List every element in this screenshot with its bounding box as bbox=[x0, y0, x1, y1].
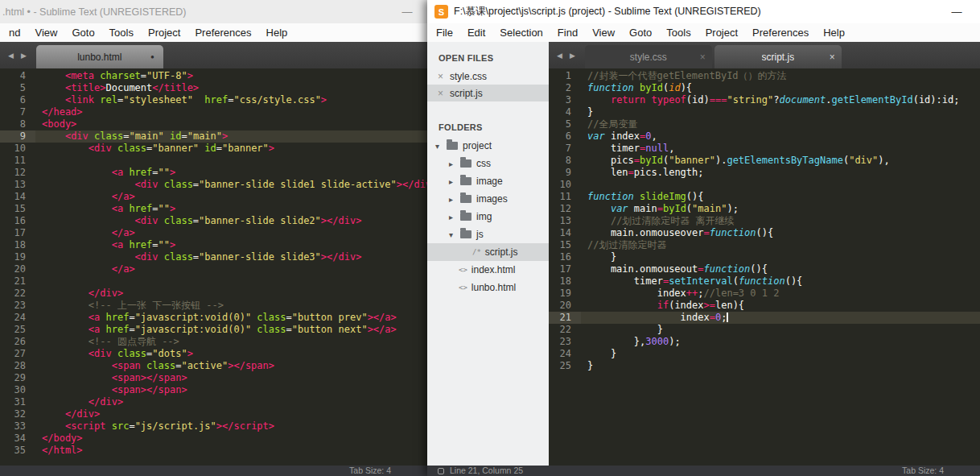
tab-style-css[interactable]: style.css× bbox=[585, 45, 712, 68]
line-number[interactable]: 16 bbox=[0, 215, 35, 227]
line-number[interactable]: 6 bbox=[549, 130, 581, 143]
code-line[interactable]: 22 } bbox=[549, 324, 980, 336]
left-code-editor[interactable]: 4 <meta charset="UTF-8">5 <title>Documen… bbox=[0, 68, 427, 466]
tab-nav-forward-icon[interactable]: ▶ bbox=[570, 52, 575, 60]
code-line[interactable]: 5 <title>Document</title> bbox=[0, 82, 427, 94]
tab-nav-back-icon[interactable]: ◀ bbox=[557, 52, 562, 60]
code-line[interactable]: 18 timer=setInterval(function(){ bbox=[549, 275, 980, 288]
code-line[interactable]: 5//全局变量 bbox=[549, 118, 980, 130]
line-number[interactable]: 8 bbox=[549, 155, 581, 167]
code-line[interactable]: 35</html> bbox=[0, 445, 427, 457]
code-line[interactable]: 19 index++;//len=3 0 1 2 bbox=[549, 288, 980, 300]
line-number[interactable]: 21 bbox=[549, 312, 581, 324]
code-line[interactable]: 20 </a> bbox=[0, 263, 427, 275]
line-number[interactable]: 16 bbox=[549, 251, 581, 263]
right-minimize-button[interactable]: — bbox=[945, 0, 969, 23]
code-line[interactable]: 22 </div> bbox=[0, 288, 427, 300]
code-line[interactable]: 11 bbox=[0, 155, 427, 167]
code-line[interactable]: 20 if(index>=len){ bbox=[549, 300, 980, 312]
folder-js[interactable]: ▾js bbox=[427, 226, 549, 243]
file-index-html[interactable]: <>index.html bbox=[427, 261, 549, 279]
close-file-icon[interactable]: × bbox=[438, 71, 450, 82]
left-titlebar[interactable]: .html • - Sublime Text (UNREGISTERED) — bbox=[0, 0, 427, 23]
menu-item-project[interactable]: Project bbox=[141, 23, 187, 42]
menu-item-help[interactable]: Help bbox=[259, 23, 295, 42]
menu-item-file[interactable]: File bbox=[429, 23, 460, 42]
code-line[interactable]: 24 } bbox=[549, 348, 980, 360]
file-lunbo-html[interactable]: <>lunbo.html bbox=[427, 279, 549, 296]
line-number[interactable]: 1 bbox=[549, 70, 581, 82]
line-number[interactable]: 26 bbox=[0, 336, 35, 348]
code-line[interactable]: 30 <span></span> bbox=[0, 384, 427, 396]
code-line[interactable]: 3 return typeof(id)==="string"?document.… bbox=[549, 94, 980, 106]
code-line[interactable]: 25} bbox=[549, 360, 980, 372]
code-line[interactable]: 12 <a href=""> bbox=[0, 167, 427, 179]
line-number[interactable]: 34 bbox=[0, 433, 35, 445]
right-code-editor[interactable]: 1//封装一个代替getElementById（）的方法2function by… bbox=[549, 68, 980, 466]
code-line[interactable]: 17 </a> bbox=[0, 227, 427, 239]
chevron-right-icon[interactable]: ▸ bbox=[449, 177, 459, 186]
code-line[interactable]: 15 <a href=""> bbox=[0, 203, 427, 215]
line-number[interactable]: 11 bbox=[549, 191, 581, 203]
line-number[interactable]: 24 bbox=[549, 348, 581, 360]
code-line[interactable]: 9 len=pics.length; bbox=[549, 167, 980, 179]
code-line[interactable]: 10 <div class="banner" id="banner"> bbox=[0, 143, 427, 155]
line-number[interactable]: 17 bbox=[0, 227, 35, 239]
close-file-icon[interactable]: × bbox=[438, 88, 450, 99]
code-line[interactable]: 23 <!-- 上一张 下一张按钮 --> bbox=[0, 300, 427, 312]
code-line[interactable]: 4 <meta charset="UTF-8"> bbox=[0, 70, 427, 82]
code-line[interactable]: 13 <div class="banner-slide slide1 slide… bbox=[0, 179, 427, 191]
menu-item-goto[interactable]: Goto bbox=[64, 23, 101, 42]
code-line[interactable]: 2function byId(id){ bbox=[549, 82, 980, 94]
code-line[interactable]: 15//划过清除定时器 bbox=[549, 239, 980, 251]
code-line[interactable]: 26 <!-- 圆点导航 --> bbox=[0, 336, 427, 348]
line-number[interactable]: 7 bbox=[549, 143, 581, 155]
chevron-down-icon[interactable]: ▾ bbox=[435, 142, 445, 151]
code-line[interactable]: 7</head> bbox=[0, 106, 427, 118]
line-number[interactable]: 29 bbox=[0, 372, 35, 384]
code-line[interactable]: 13 //划过清除定时器 离开继续 bbox=[549, 215, 980, 227]
code-line[interactable]: 10 bbox=[549, 179, 980, 191]
line-number[interactable]: 13 bbox=[549, 215, 581, 227]
line-number[interactable]: 25 bbox=[549, 360, 581, 372]
code-line[interactable]: 6var index=0, bbox=[549, 130, 980, 143]
code-line[interactable]: 33 <script src="js/script.js"></script> bbox=[0, 420, 427, 433]
code-line[interactable]: 17 main.onmouseout=function(){ bbox=[549, 263, 980, 275]
menu-item-help[interactable]: Help bbox=[816, 23, 852, 42]
folder-image[interactable]: ▸image bbox=[427, 172, 549, 190]
menu-item-project[interactable]: Project bbox=[698, 23, 745, 42]
line-number[interactable]: 25 bbox=[0, 324, 35, 336]
line-number[interactable]: 9 bbox=[549, 167, 581, 179]
code-line[interactable]: 14 </a> bbox=[0, 191, 427, 203]
line-number[interactable]: 4 bbox=[0, 70, 35, 82]
menu-item-preferences[interactable]: Preferences bbox=[187, 23, 258, 42]
line-number[interactable]: 32 bbox=[0, 408, 35, 420]
right-titlebar[interactable]: S F:\慕课\project\js\script.js (project) -… bbox=[427, 0, 980, 23]
menu-item-tools[interactable]: Tools bbox=[659, 23, 698, 42]
code-line[interactable]: 32 </div> bbox=[0, 408, 427, 420]
chevron-right-icon[interactable]: ▸ bbox=[449, 213, 459, 221]
line-number[interactable]: 15 bbox=[549, 239, 581, 251]
line-number[interactable]: 18 bbox=[549, 275, 581, 288]
right-tab-size-indicator[interactable]: Tab Size: 4 bbox=[902, 466, 944, 476]
chevron-right-icon[interactable]: ▸ bbox=[449, 195, 459, 204]
code-line[interactable]: 31 </div> bbox=[0, 396, 427, 408]
menu-item-selection[interactable]: Selection bbox=[492, 23, 550, 42]
line-number[interactable]: 7 bbox=[0, 106, 35, 118]
open-file-style-css[interactable]: ×style.css bbox=[427, 68, 549, 85]
line-number[interactable]: 9 bbox=[0, 130, 35, 143]
menu-item-nd[interactable]: nd bbox=[2, 23, 27, 42]
line-number[interactable]: 28 bbox=[0, 360, 35, 372]
line-number[interactable]: 24 bbox=[0, 312, 35, 324]
line-number[interactable]: 10 bbox=[549, 179, 581, 191]
code-line[interactable]: 21 bbox=[0, 275, 427, 288]
line-number[interactable]: 3 bbox=[549, 94, 581, 106]
folder-css[interactable]: ▸css bbox=[427, 155, 549, 172]
chevron-down-icon[interactable]: ▾ bbox=[449, 230, 459, 239]
line-number[interactable]: 20 bbox=[549, 300, 581, 312]
line-number[interactable]: 5 bbox=[0, 82, 35, 94]
line-number[interactable]: 2 bbox=[549, 82, 581, 94]
line-number[interactable]: 14 bbox=[0, 191, 35, 203]
code-line[interactable]: 25 <a href="javascript:void(0)" class="b… bbox=[0, 324, 427, 336]
line-number[interactable]: 33 bbox=[0, 420, 35, 433]
